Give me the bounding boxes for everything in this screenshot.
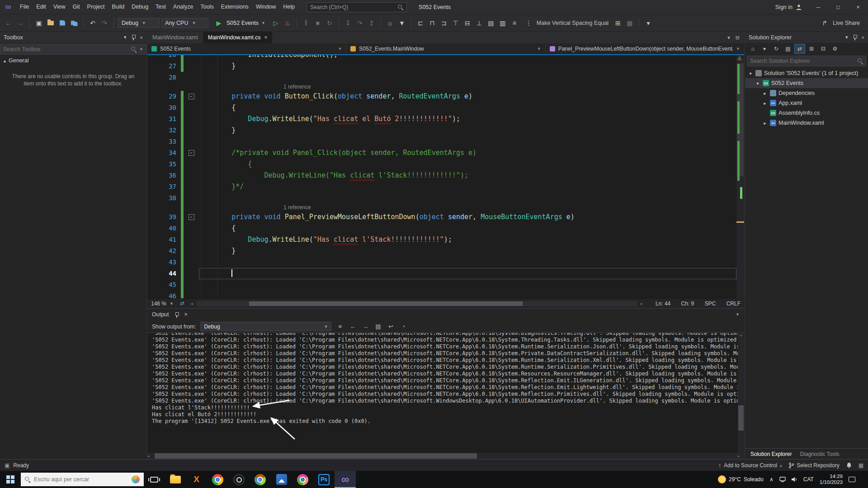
minimize-button[interactable]: ─ <box>808 0 828 14</box>
notifications-bell-icon[interactable] <box>846 462 852 469</box>
hidden-icons-chevron-icon[interactable]: ∧ <box>769 476 774 483</box>
navigate-backward-icon[interactable]: ← <box>4 18 14 28</box>
output-body[interactable]: 'S052 Events.exe' (CoreCLR: clrhost): Lo… <box>147 333 744 453</box>
solution-platform-dropdown[interactable]: Any CPU▼ <box>161 18 208 28</box>
spaces-indicator[interactable]: SPC <box>705 300 716 307</box>
taskbar-clock[interactable]: 14:29 1/10/2023 <box>820 474 843 485</box>
float-window-icon[interactable]: ⊟ <box>736 35 740 41</box>
restart-icon[interactable]: ↻ <box>325 18 335 28</box>
properties-icon[interactable]: ⚙ <box>830 44 840 53</box>
refresh-icon[interactable]: ↻ <box>771 44 781 53</box>
photos-app-taskbar-button[interactable] <box>271 471 292 488</box>
menu-test[interactable]: Test <box>152 0 170 14</box>
close-icon[interactable]: × <box>140 35 143 40</box>
pending-changes-filter-icon[interactable]: ▾ <box>760 44 769 53</box>
chrome-browser-3-taskbar-button[interactable] <box>292 471 313 488</box>
previous-message-icon[interactable]: ← <box>349 323 357 330</box>
code-line-46[interactable]: 46 <box>147 291 736 298</box>
code-line-38[interactable]: 38 <box>147 192 736 204</box>
chrome-browser-2-taskbar-button[interactable] <box>250 471 271 488</box>
menu-analyze[interactable]: Analyze <box>170 0 197 14</box>
new-project-icon[interactable]: ▣ <box>34 18 44 28</box>
panel-tab-diagnostic-tools[interactable]: Diagnostic Tools <box>800 451 839 457</box>
type-dropdown[interactable]: S052_Events.MainWindow ▼ <box>346 43 545 54</box>
volume-icon[interactable] <box>792 477 797 482</box>
output-horizontal-scrollbar[interactable]: ◂ ▸ <box>147 453 744 459</box>
make-same-height-icon[interactable]: ▥ <box>498 18 508 28</box>
code-line-45[interactable]: 45 <box>147 279 736 291</box>
task-view-button[interactable] <box>144 471 165 488</box>
live-share-button[interactable]: ↱ Live Share <box>820 18 864 28</box>
collapse-region-icon[interactable]: − <box>189 94 194 99</box>
line-ending-indicator[interactable]: CRLF <box>726 300 741 307</box>
warning-icon[interactable]: ⚠ <box>737 56 742 61</box>
collapse-all-icon[interactable]: ⊟ <box>818 44 828 53</box>
word-wrap-icon[interactable]: ↩ <box>387 323 395 330</box>
find-message-icon[interactable]: ≡ <box>336 323 344 330</box>
document-list-chevron-icon[interactable]: ▾ <box>727 35 730 41</box>
zoom-dropdown[interactable]: 146 % ▼ <box>151 300 174 307</box>
step-out-icon[interactable]: ↥ <box>367 18 377 28</box>
open-file-icon[interactable] <box>46 18 56 28</box>
scrollbar-thumb[interactable] <box>249 301 522 306</box>
scroll-left-icon[interactable]: ◂ <box>147 454 154 458</box>
clear-all-icon[interactable]: ▤ <box>374 323 382 330</box>
output-vertical-scrollbar[interactable]: ▴ <box>738 333 744 453</box>
code-line-35[interactable]: 35{ <box>147 159 736 170</box>
code-line-41[interactable]: 41Debug.WriteLine("Has clicat l'Stack!!!… <box>147 234 736 245</box>
redo-icon[interactable]: ↷ <box>99 18 109 28</box>
menu-edit[interactable]: Edit <box>33 0 50 14</box>
tree-item-app-xaml[interactable]: ▸App.xaml <box>745 98 868 108</box>
start-button[interactable] <box>0 471 21 488</box>
toolbar-options-icon[interactable]: ▾ <box>643 18 653 28</box>
menu-project[interactable]: Project <box>84 0 108 14</box>
sign-in-button[interactable]: Sign in <box>769 4 808 10</box>
collapse-region-icon[interactable]: − <box>189 214 194 220</box>
menu-file[interactable]: File <box>16 0 33 14</box>
lock-layout-icon[interactable]: ▦ <box>625 18 635 28</box>
chevron-right-icon[interactable]: ▸ <box>762 101 768 106</box>
code-line-32[interactable]: 32} <box>147 125 736 136</box>
time-icon[interactable]: ◔ <box>399 323 407 330</box>
solution-configuration-dropdown[interactable]: Debug▼ <box>118 18 160 28</box>
scroll-right-icon[interactable]: ▸ <box>641 301 643 306</box>
code-line-28[interactable]: 28 <box>147 72 736 83</box>
step-into-icon[interactable]: ↧ <box>343 18 353 28</box>
file-explorer-taskbar-button[interactable] <box>165 471 186 488</box>
menu-extensions[interactable]: Extensions <box>217 0 252 14</box>
codelens-references[interactable]: 1 reference <box>283 83 311 91</box>
align-middles-icon[interactable]: ⊟ <box>462 18 472 28</box>
code-line-34[interactable]: 34−/*private void Panel_Click(object sen… <box>147 147 736 159</box>
align-lefts-icon[interactable]: ⊏ <box>415 18 425 28</box>
pin-icon[interactable] <box>131 34 136 40</box>
tree-item-s052-events[interactable]: ▾S052 Events <box>745 78 868 88</box>
menu-tools[interactable]: Tools <box>197 0 217 14</box>
size-to-content-icon[interactable]: ⊞ <box>613 18 623 28</box>
code-line-31[interactable]: 31Debug.WriteLine("Has clicat el Butó 2!… <box>147 113 736 125</box>
make-horizontal-spacing-equal-icon[interactable]: ≡ <box>509 18 519 28</box>
tab-mainwindow-xaml[interactable]: MainWindow.xaml <box>147 32 203 43</box>
chevron-right-icon[interactable]: ▸ <box>762 121 768 126</box>
chevron-down-icon[interactable]: ▼ <box>139 47 143 52</box>
menu-view[interactable]: View <box>50 0 69 14</box>
break-all-icon[interactable]: ‖ <box>301 18 311 28</box>
start-without-debugging-icon[interactable]: ▷ <box>271 18 281 28</box>
undo-icon[interactable]: ↶ <box>88 18 98 28</box>
code-line-37[interactable]: 37}*/ <box>147 181 736 192</box>
fold-column[interactable]: − <box>184 211 199 223</box>
fold-column[interactable]: − <box>184 91 199 102</box>
chevron-down-icon[interactable]: ▾ <box>748 71 753 76</box>
tree-item-mainwindow-xaml[interactable]: ▸MainWindow.xaml <box>745 118 868 128</box>
tree-item-dependencies[interactable]: ▸Dependencies <box>745 88 868 98</box>
close-icon[interactable]: × <box>862 35 864 40</box>
align-rights-icon[interactable]: ⊐ <box>439 18 449 28</box>
add-to-source-control-button[interactable]: ↑ Add to Source Control ▴ <box>718 462 782 469</box>
make-same-width-icon[interactable]: ▤ <box>486 18 496 28</box>
save-icon[interactable] <box>57 18 67 28</box>
toolbox-search-input[interactable] <box>3 46 128 52</box>
stop-debugging-icon[interactable]: ■ <box>313 18 323 28</box>
menu-git[interactable]: Git <box>69 0 84 14</box>
quick-search-box[interactable]: Search (Ctrl+Q) <box>307 2 407 12</box>
visual-studio-taskbar-button[interactable]: ∞ <box>335 471 356 488</box>
scroll-right-icon[interactable]: ▸ <box>738 454 744 458</box>
